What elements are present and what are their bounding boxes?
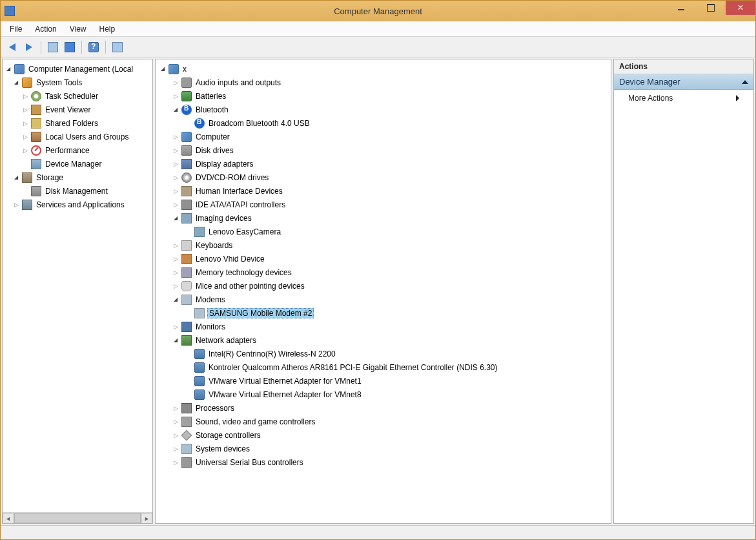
horizontal-scrollbar[interactable]: ◄ ►	[3, 512, 152, 523]
expander-icon[interactable]	[171, 105, 180, 114]
expander-icon[interactable]	[171, 282, 180, 291]
expander-icon[interactable]	[171, 160, 180, 169]
expander-icon[interactable]	[171, 336, 180, 345]
tree-device-manager[interactable]: Device Manager	[3, 157, 152, 171]
device-dvd[interactable]: DVD/CD-ROM drives	[156, 171, 611, 184]
tree-shared-folders[interactable]: Shared Folders	[3, 116, 152, 130]
expander-icon[interactable]	[171, 173, 180, 182]
device-memory[interactable]: Memory technology devices	[156, 265, 611, 279]
minimize-button[interactable]	[666, 1, 696, 15]
tree-storage[interactable]: Storage	[3, 171, 152, 184]
device-ide[interactable]: IDE ATA/ATAPI controllers	[156, 198, 611, 211]
maximize-button[interactable]	[696, 1, 726, 15]
expander-icon[interactable]	[171, 187, 180, 196]
scroll-left-button[interactable]: ◄	[3, 513, 14, 524]
expander-icon[interactable]	[171, 444, 180, 453]
device-net-atheros[interactable]: Kontroler Qualcomm Atheros AR8161 PCI-E …	[156, 360, 611, 374]
expander-icon[interactable]	[171, 200, 180, 209]
device-imaging[interactable]: Imaging devices	[156, 211, 611, 225]
tree-system-tools[interactable]: System Tools	[3, 76, 152, 89]
tree-disk-management[interactable]: Disk Management	[3, 184, 152, 198]
expander-icon[interactable]	[171, 241, 180, 250]
device-manager-pane[interactable]: x Audio inputs and outputs Batteries Blu…	[155, 59, 611, 524]
expander-icon[interactable]	[4, 65, 13, 74]
device-storage-controllers[interactable]: Storage controllers	[156, 428, 611, 442]
device-processors[interactable]: Processors	[156, 401, 611, 415]
device-batteries[interactable]: Batteries	[156, 89, 611, 103]
tree-performance[interactable]: Performance	[3, 143, 152, 157]
device-bluetooth[interactable]: Bluetooth	[156, 103, 611, 116]
menu-file[interactable]: File	[3, 23, 28, 36]
device-hid[interactable]: Human Interface Devices	[156, 184, 611, 198]
tree-event-viewer[interactable]: Event Viewer	[3, 103, 152, 116]
tree-local-users[interactable]: Local Users and Groups	[3, 130, 152, 143]
device-monitors[interactable]: Monitors	[156, 320, 611, 333]
sound-icon	[181, 417, 192, 427]
actions-more-actions[interactable]: More Actions	[614, 90, 753, 107]
expander-icon[interactable]	[21, 92, 30, 101]
titlebar[interactable]: Computer Management	[1, 1, 755, 21]
menu-help[interactable]: Help	[93, 23, 122, 36]
expander-icon[interactable]	[158, 65, 167, 74]
expander-icon[interactable]	[171, 214, 180, 223]
back-button[interactable]	[5, 39, 20, 55]
tree-services-applications[interactable]: Services and Applications	[3, 198, 152, 211]
left-pane[interactable]: Computer Management (Local System Tools …	[2, 59, 153, 524]
device-bt-broadcom[interactable]: Broadcom Bluetooth 4.0 USB	[156, 116, 611, 130]
device-usb[interactable]: Universal Serial Bus controllers	[156, 455, 611, 469]
device-samsung-modem[interactable]: SAMSUNG Mobile Modem #2	[156, 306, 611, 320]
close-button[interactable]	[726, 1, 755, 15]
adapter-icon	[194, 389, 205, 400]
expander-icon[interactable]	[171, 295, 180, 304]
device-keyboards[interactable]: Keyboards	[156, 238, 611, 252]
device-easycamera[interactable]: Lenovo EasyCamera	[156, 225, 611, 238]
device-net-vmnet1[interactable]: VMware Virtual Ethernet Adapter for VMne…	[156, 374, 611, 388]
device-sound[interactable]: Sound, video and game controllers	[156, 415, 611, 428]
help-button[interactable]	[86, 39, 101, 55]
expander-icon[interactable]	[21, 105, 30, 114]
expander-icon[interactable]	[12, 78, 21, 87]
expander-icon[interactable]	[171, 92, 180, 101]
device-system-devices[interactable]: System devices	[156, 442, 611, 455]
expander-icon[interactable]	[171, 268, 180, 277]
expander-icon[interactable]	[171, 146, 180, 155]
device-net-vmnet8[interactable]: VMware Virtual Ethernet Adapter for VMne…	[156, 388, 611, 401]
device-lenovo-vhid[interactable]: Lenovo Vhid Device	[156, 252, 611, 265]
users-icon	[31, 132, 41, 142]
device-root[interactable]: x	[156, 62, 611, 76]
expander-icon[interactable]	[171, 322, 180, 331]
expander-icon[interactable]	[171, 132, 180, 141]
scroll-thumb[interactable]	[14, 513, 141, 523]
properties-button[interactable]	[62, 39, 77, 55]
expander-icon[interactable]	[21, 146, 30, 155]
expander-icon[interactable]	[171, 417, 180, 426]
device-audio[interactable]: Audio inputs and outputs	[156, 76, 611, 89]
menu-action[interactable]: Action	[28, 23, 63, 36]
menu-view[interactable]: View	[63, 23, 93, 36]
forward-button[interactable]	[21, 39, 37, 55]
device-net-intel[interactable]: Intel(R) Centrino(R) Wireless-N 2200	[156, 347, 611, 360]
device-network-adapters[interactable]: Network adapters	[156, 333, 611, 347]
tree-root-computer-management[interactable]: Computer Management (Local	[3, 62, 152, 76]
expander-icon[interactable]	[12, 200, 21, 209]
mouse-icon	[181, 281, 192, 291]
expander-icon[interactable]	[21, 119, 30, 128]
device-mice[interactable]: Mice and other pointing devices	[156, 279, 611, 293]
show-hide-tree-button[interactable]	[45, 39, 61, 55]
expander-icon[interactable]	[171, 458, 180, 467]
scroll-right-button[interactable]: ►	[141, 513, 152, 524]
tree-task-scheduler[interactable]: Task Scheduler	[3, 89, 152, 103]
expander-icon[interactable]	[171, 431, 180, 440]
expander-icon[interactable]	[21, 132, 30, 141]
expander-icon[interactable]	[171, 254, 180, 264]
device-display[interactable]: Display adapters	[156, 157, 611, 171]
expander-icon[interactable]	[12, 173, 21, 182]
device-disk-drives[interactable]: Disk drives	[156, 143, 611, 157]
device-modems[interactable]: Modems	[156, 293, 611, 306]
separator	[41, 41, 41, 54]
device-computer[interactable]: Computer	[156, 130, 611, 143]
expander-icon[interactable]	[171, 404, 180, 413]
actions-section-device-manager[interactable]: Device Manager	[614, 74, 753, 90]
view-button[interactable]	[110, 39, 125, 55]
expander-icon[interactable]	[171, 78, 180, 87]
